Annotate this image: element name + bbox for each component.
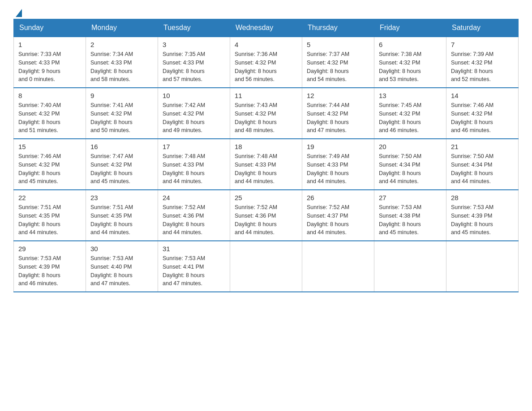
- day-info: Sunrise: 7:51 AM Sunset: 4:35 PM Dayligh…: [90, 203, 153, 237]
- day-info: Sunrise: 7:49 AM Sunset: 4:33 PM Dayligh…: [307, 152, 369, 186]
- calendar-day-cell: 24 Sunrise: 7:52 AM Sunset: 4:36 PM Dayl…: [158, 190, 230, 241]
- day-info: Sunrise: 7:48 AM Sunset: 4:33 PM Dayligh…: [235, 152, 297, 186]
- calendar-day-cell: [446, 241, 519, 292]
- day-number: 3: [163, 41, 225, 48]
- day-number: 5: [307, 41, 369, 48]
- calendar-day-cell: [302, 241, 374, 292]
- day-number: 29: [18, 245, 81, 253]
- day-info: Sunrise: 7:50 AM Sunset: 4:34 PM Dayligh…: [379, 152, 442, 186]
- day-number: 22: [18, 194, 81, 201]
- calendar-day-cell: 11 Sunrise: 7:43 AM Sunset: 4:32 PM Dayl…: [230, 88, 302, 139]
- day-number: 6: [379, 41, 442, 48]
- calendar-day-cell: 8 Sunrise: 7:40 AM Sunset: 4:32 PM Dayli…: [14, 88, 86, 139]
- day-number: 31: [163, 245, 225, 253]
- day-info: Sunrise: 7:53 AM Sunset: 4:39 PM Dayligh…: [18, 254, 81, 288]
- day-info: Sunrise: 7:36 AM Sunset: 4:32 PM Dayligh…: [235, 50, 297, 84]
- calendar-day-cell: 15 Sunrise: 7:46 AM Sunset: 4:32 PM Dayl…: [14, 139, 86, 190]
- day-of-week-header: Sunday: [14, 19, 86, 37]
- calendar-day-cell: 9 Sunrise: 7:41 AM Sunset: 4:32 PM Dayli…: [86, 88, 158, 139]
- calendar-day-cell: [374, 241, 446, 292]
- logo-triangle-icon: [16, 9, 22, 17]
- day-number: 7: [451, 41, 514, 48]
- day-of-week-header: Saturday: [446, 19, 519, 37]
- day-info: Sunrise: 7:34 AM Sunset: 4:33 PM Dayligh…: [90, 50, 153, 84]
- logo: [13, 9, 22, 14]
- day-number: 16: [90, 143, 153, 150]
- day-info: Sunrise: 7:44 AM Sunset: 4:32 PM Dayligh…: [307, 101, 369, 135]
- calendar-week-row: 22 Sunrise: 7:51 AM Sunset: 4:35 PM Dayl…: [14, 190, 519, 241]
- day-number: 15: [18, 143, 81, 150]
- day-info: Sunrise: 7:35 AM Sunset: 4:33 PM Dayligh…: [163, 50, 225, 84]
- calendar-day-cell: 27 Sunrise: 7:53 AM Sunset: 4:38 PM Dayl…: [374, 190, 446, 241]
- calendar-day-cell: 2 Sunrise: 7:34 AM Sunset: 4:33 PM Dayli…: [86, 37, 158, 88]
- day-number: 23: [90, 194, 153, 201]
- day-info: Sunrise: 7:43 AM Sunset: 4:32 PM Dayligh…: [235, 101, 297, 135]
- day-info: Sunrise: 7:47 AM Sunset: 4:32 PM Dayligh…: [90, 152, 153, 186]
- calendar-day-cell: 17 Sunrise: 7:48 AM Sunset: 4:33 PM Dayl…: [158, 139, 230, 190]
- day-info: Sunrise: 7:39 AM Sunset: 4:32 PM Dayligh…: [451, 50, 514, 84]
- day-number: 28: [451, 194, 514, 201]
- day-number: 27: [379, 194, 442, 201]
- day-info: Sunrise: 7:41 AM Sunset: 4:32 PM Dayligh…: [90, 101, 153, 135]
- calendar-header-row: SundayMondayTuesdayWednesdayThursdayFrid…: [14, 19, 519, 37]
- calendar-table: SundayMondayTuesdayWednesdayThursdayFrid…: [13, 19, 519, 292]
- day-number: 21: [451, 143, 514, 150]
- day-of-week-header: Monday: [86, 19, 158, 37]
- day-info: Sunrise: 7:38 AM Sunset: 4:32 PM Dayligh…: [379, 50, 442, 84]
- day-info: Sunrise: 7:52 AM Sunset: 4:37 PM Dayligh…: [307, 203, 369, 237]
- day-info: Sunrise: 7:46 AM Sunset: 4:32 PM Dayligh…: [451, 101, 514, 135]
- day-info: Sunrise: 7:33 AM Sunset: 4:33 PM Dayligh…: [18, 50, 81, 84]
- calendar-day-cell: 16 Sunrise: 7:47 AM Sunset: 4:32 PM Dayl…: [86, 139, 158, 190]
- day-number: 8: [18, 92, 81, 99]
- day-number: 17: [163, 143, 225, 150]
- day-number: 1: [18, 41, 81, 48]
- day-of-week-header: Friday: [374, 19, 446, 37]
- calendar-week-row: 1 Sunrise: 7:33 AM Sunset: 4:33 PM Dayli…: [14, 37, 519, 88]
- calendar-day-cell: 31 Sunrise: 7:53 AM Sunset: 4:41 PM Dayl…: [158, 241, 230, 292]
- calendar-day-cell: 12 Sunrise: 7:44 AM Sunset: 4:32 PM Dayl…: [302, 88, 374, 139]
- day-info: Sunrise: 7:42 AM Sunset: 4:32 PM Dayligh…: [163, 101, 225, 135]
- calendar-day-cell: 4 Sunrise: 7:36 AM Sunset: 4:32 PM Dayli…: [230, 37, 302, 88]
- day-number: 20: [379, 143, 442, 150]
- calendar-day-cell: 19 Sunrise: 7:49 AM Sunset: 4:33 PM Dayl…: [302, 139, 374, 190]
- day-info: Sunrise: 7:40 AM Sunset: 4:32 PM Dayligh…: [18, 101, 81, 135]
- day-of-week-header: Tuesday: [158, 19, 230, 37]
- calendar-day-cell: 5 Sunrise: 7:37 AM Sunset: 4:32 PM Dayli…: [302, 37, 374, 88]
- day-info: Sunrise: 7:50 AM Sunset: 4:34 PM Dayligh…: [451, 152, 514, 186]
- day-number: 2: [90, 41, 153, 48]
- calendar-day-cell: 18 Sunrise: 7:48 AM Sunset: 4:33 PM Dayl…: [230, 139, 302, 190]
- calendar-day-cell: 23 Sunrise: 7:51 AM Sunset: 4:35 PM Dayl…: [86, 190, 158, 241]
- day-info: Sunrise: 7:37 AM Sunset: 4:32 PM Dayligh…: [307, 50, 369, 84]
- day-number: 12: [307, 92, 369, 99]
- calendar-day-cell: 6 Sunrise: 7:38 AM Sunset: 4:32 PM Dayli…: [374, 37, 446, 88]
- day-info: Sunrise: 7:48 AM Sunset: 4:33 PM Dayligh…: [163, 152, 225, 186]
- calendar-day-cell: 13 Sunrise: 7:45 AM Sunset: 4:32 PM Dayl…: [374, 88, 446, 139]
- day-info: Sunrise: 7:53 AM Sunset: 4:39 PM Dayligh…: [451, 203, 514, 237]
- day-number: 11: [235, 92, 297, 99]
- page-header: [13, 9, 519, 14]
- calendar-day-cell: 10 Sunrise: 7:42 AM Sunset: 4:32 PM Dayl…: [158, 88, 230, 139]
- day-info: Sunrise: 7:46 AM Sunset: 4:32 PM Dayligh…: [18, 152, 81, 186]
- day-number: 25: [235, 194, 297, 201]
- calendar-day-cell: 22 Sunrise: 7:51 AM Sunset: 4:35 PM Dayl…: [14, 190, 86, 241]
- day-number: 9: [90, 92, 153, 99]
- calendar-day-cell: 26 Sunrise: 7:52 AM Sunset: 4:37 PM Dayl…: [302, 190, 374, 241]
- calendar-week-row: 15 Sunrise: 7:46 AM Sunset: 4:32 PM Dayl…: [14, 139, 519, 190]
- day-number: 18: [235, 143, 297, 150]
- day-number: 19: [307, 143, 369, 150]
- calendar-day-cell: 7 Sunrise: 7:39 AM Sunset: 4:32 PM Dayli…: [446, 37, 519, 88]
- calendar-day-cell: 1 Sunrise: 7:33 AM Sunset: 4:33 PM Dayli…: [14, 37, 86, 88]
- calendar-day-cell: 25 Sunrise: 7:52 AM Sunset: 4:36 PM Dayl…: [230, 190, 302, 241]
- logo-text: [13, 9, 22, 16]
- calendar-day-cell: 28 Sunrise: 7:53 AM Sunset: 4:39 PM Dayl…: [446, 190, 519, 241]
- calendar-day-cell: 21 Sunrise: 7:50 AM Sunset: 4:34 PM Dayl…: [446, 139, 519, 190]
- day-info: Sunrise: 7:45 AM Sunset: 4:32 PM Dayligh…: [379, 101, 442, 135]
- calendar-day-cell: 29 Sunrise: 7:53 AM Sunset: 4:39 PM Dayl…: [14, 241, 86, 292]
- calendar-day-cell: 3 Sunrise: 7:35 AM Sunset: 4:33 PM Dayli…: [158, 37, 230, 88]
- calendar-day-cell: 20 Sunrise: 7:50 AM Sunset: 4:34 PM Dayl…: [374, 139, 446, 190]
- day-info: Sunrise: 7:53 AM Sunset: 4:41 PM Dayligh…: [163, 254, 225, 288]
- day-number: 10: [163, 92, 225, 99]
- calendar-week-row: 29 Sunrise: 7:53 AM Sunset: 4:39 PM Dayl…: [14, 241, 519, 292]
- day-number: 14: [451, 92, 514, 99]
- day-number: 26: [307, 194, 369, 201]
